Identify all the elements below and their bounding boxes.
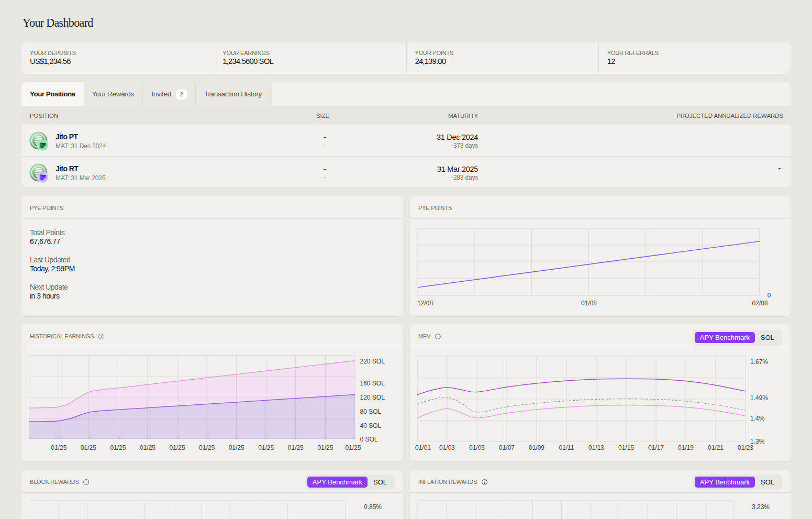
svg-text:01/25: 01/25: [199, 444, 215, 451]
svg-text:1.49%: 1.49%: [750, 394, 768, 402]
svg-text:01/25: 01/25: [258, 444, 274, 451]
svg-text:1.4%: 1.4%: [750, 415, 765, 422]
svg-text:01/03: 01/03: [439, 444, 455, 451]
svg-text:220 SOL: 220 SOL: [360, 358, 385, 365]
svg-text:80 SOL: 80 SOL: [360, 408, 382, 415]
svg-text:01/25: 01/25: [51, 444, 66, 451]
svg-text:01/21: 01/21: [708, 444, 724, 451]
svg-text:01/25: 01/25: [288, 444, 304, 451]
svg-text:1.67%: 1.67%: [750, 358, 768, 366]
svg-text:01/25: 01/25: [140, 444, 155, 451]
svg-text:01/01: 01/01: [415, 444, 431, 451]
svg-text:01/25: 01/25: [110, 444, 126, 451]
svg-text:1.3%: 1.3%: [750, 438, 765, 445]
svg-text:01/23: 01/23: [738, 444, 753, 451]
svg-text:12/08: 12/08: [417, 300, 433, 307]
svg-text:160 SOL: 160 SOL: [360, 380, 385, 387]
svg-text:01/13: 01/13: [588, 444, 604, 451]
svg-text:01/19: 01/19: [678, 444, 694, 451]
svg-text:01/07: 01/07: [499, 444, 515, 451]
svg-text:01/15: 01/15: [618, 444, 634, 451]
svg-text:01/05: 01/05: [469, 444, 485, 451]
svg-text:01/11: 01/11: [559, 444, 574, 451]
svg-text:01/25: 01/25: [81, 444, 96, 451]
svg-text:0 SOL: 0 SOL: [360, 436, 378, 443]
svg-text:02/08: 02/08: [752, 300, 767, 307]
svg-text:01/25: 01/25: [229, 444, 244, 451]
svg-text:3.23%: 3.23%: [752, 503, 770, 511]
svg-text:01/17: 01/17: [648, 444, 664, 451]
svg-text:0.85%: 0.85%: [364, 503, 382, 511]
svg-text:01/25: 01/25: [345, 444, 361, 451]
svg-text:01/25: 01/25: [169, 444, 185, 451]
svg-text:01/25: 01/25: [317, 444, 333, 451]
svg-text:40 SOL: 40 SOL: [360, 422, 382, 429]
svg-text:120 SOL: 120 SOL: [360, 394, 385, 401]
svg-text:01/09: 01/09: [529, 444, 544, 451]
svg-text:01/08: 01/08: [581, 300, 597, 307]
svg-text:0: 0: [767, 292, 771, 299]
